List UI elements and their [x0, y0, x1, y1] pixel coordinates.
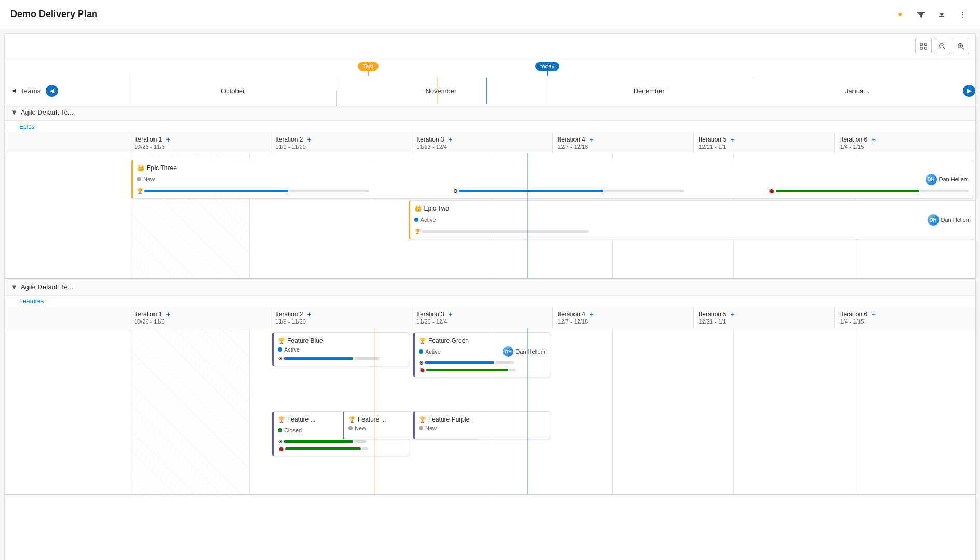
feat-blue-gear-icon: ⚙: [278, 356, 283, 361]
epic-two-crown: 👑: [414, 205, 422, 212]
iter-plus-1-4[interactable]: +: [590, 135, 594, 144]
toolbar: [5, 34, 975, 59]
svg-rect-1: [925, 43, 927, 45]
iter-2-5: Iteration 5 + 12/21 - 1/1: [694, 307, 835, 328]
feat-blue-progress: [284, 357, 353, 360]
test-vertical-month: [437, 78, 438, 104]
feat-green-prog2: [426, 369, 509, 371]
feat-new-mid-dot: [348, 426, 353, 430]
team-sub-features[interactable]: Features: [5, 296, 975, 307]
iter-1-1: Iteration 1 + 10/26 - 11/6: [129, 132, 270, 153]
iter-plus-2-5[interactable]: +: [731, 310, 735, 318]
team-sub-epics[interactable]: Epics: [5, 121, 975, 132]
iter-plus-1-5[interactable]: +: [731, 135, 735, 144]
epic-three-assignee-row: DH Dan Hellem: [926, 174, 969, 185]
iter-2-4: Iteration 4 + 12/7 - 12/18: [553, 307, 694, 328]
iter-plus-1-2[interactable]: +: [307, 135, 312, 144]
iter-plus-2-3[interactable]: +: [449, 310, 453, 318]
epics-content: 👑 Epic Three New DH Dan Hellem: [5, 153, 975, 278]
test-line: [368, 71, 369, 76]
iter-plus-1-1[interactable]: +: [166, 135, 170, 144]
iter-2-1: Iteration 1 + 10/26 - 11/6: [129, 307, 270, 328]
feat-green-prog1: [425, 361, 494, 364]
collapse-icon[interactable]: [934, 7, 949, 22]
feat-blue-dot: [278, 347, 282, 352]
feature-green-card[interactable]: 🏆 Feature Green Active DH Dan Hellem ⚙: [413, 332, 550, 377]
month-january: Janua...: [753, 78, 961, 104]
teams-chevron[interactable]: ▼: [10, 88, 18, 94]
epic-two-card[interactable]: 👑 Epic Two Active DH Dan Hellem: [409, 200, 975, 239]
epic-three-card[interactable]: 👑 Epic Three New DH Dan Hellem: [131, 160, 973, 199]
bar-gray-e2: [422, 230, 589, 233]
bar-trophy2-icon: 🏆: [414, 229, 421, 234]
iter-2-2: Iteration 2 + 11/9 - 11/20: [270, 307, 411, 328]
month-october: October: [129, 78, 337, 104]
feat-grid-col4: [613, 328, 734, 494]
epic-three-title: Epic Three: [147, 164, 177, 172]
iter-plus-1-6[interactable]: +: [872, 135, 876, 144]
month-markers: October November December Janua...: [129, 78, 961, 104]
feat-green-bug-icon: 🐞: [419, 367, 425, 373]
epic-two-status: Active: [421, 217, 436, 223]
epic-two-status-row: Active DH Dan Hellem: [414, 214, 971, 226]
iter-1-4: Iteration 4 + 12/7 - 12/18: [553, 132, 694, 153]
svg-line-10: [963, 48, 964, 50]
today-marker-container: today: [535, 62, 559, 76]
bar-trophy-icon: 🏆: [137, 188, 143, 194]
timeline-area[interactable]: Test today ▼ Teams ◀ October: [5, 59, 975, 560]
feat-closed-crown: 🏆: [278, 416, 285, 423]
iter-1-6: Iteration 6 + 1/4 - 1/15: [835, 132, 975, 153]
iter-header-row-2: Iteration 1 + 10/26 - 11/6 Iteration 2 +…: [5, 307, 975, 328]
timeline-header: ▼ Teams ◀ October November December: [5, 78, 975, 104]
iter-headers-2: Iteration 1 + 10/26 - 11/6 Iteration 2 +…: [129, 307, 975, 328]
feat-closed-prog2: [285, 447, 361, 450]
epic-two-assignee-row: DH Dan Hellem: [928, 214, 971, 226]
epic-three-status-dot: [137, 177, 141, 181]
nav-prev-button[interactable]: ◀: [46, 85, 58, 97]
iter-plus-1-3[interactable]: +: [449, 135, 453, 144]
feat-closed-rem1: [354, 440, 367, 443]
epic-three-title-row: 👑 Epic Three: [137, 164, 969, 172]
iter-plus-2-2[interactable]: +: [307, 310, 312, 318]
epic-two-avatar: DH: [928, 214, 939, 226]
epic-two-title-row: 👑 Epic Two: [414, 205, 971, 212]
feat-green-title: Feature Green: [428, 337, 469, 344]
feat-new-mid-title: Feature ...: [358, 416, 386, 423]
teams-column-header: ▼ Teams ◀: [5, 78, 129, 104]
epic-three-avatar: DH: [926, 174, 937, 185]
feature-purple-card[interactable]: 🏆 Feature Purple New: [413, 411, 550, 439]
feature-blue-card[interactable]: 🏆 Feature Blue Active ⚙: [272, 332, 409, 366]
fit-button[interactable]: [915, 38, 932, 54]
feat-new-mid-status: New: [355, 425, 366, 431]
feat-blue-crown: 🏆: [278, 338, 285, 344]
feat-closed-status: Closed: [284, 427, 302, 433]
svg-rect-2: [920, 47, 922, 49]
features-grid: 🏆 Feature Blue Active ⚙: [129, 328, 975, 494]
bar-bug-icon: 🐞: [768, 188, 775, 194]
content-rows: ▼ Agile Default Te... Epics Iteration 1 …: [5, 104, 975, 495]
more-icon[interactable]: ⋮: [955, 7, 970, 22]
epic-two-assignee: Dan Hellem: [941, 217, 971, 223]
feat-green-status: Active: [425, 348, 441, 355]
team-expand-1[interactable]: ▼: [11, 108, 18, 116]
today-vertical-month: [486, 78, 487, 104]
feat-closed-rem2: [362, 447, 368, 450]
page-title: Demo Delivery Plan: [10, 9, 97, 20]
zoom-in-button[interactable]: [953, 38, 969, 54]
month-november: November: [337, 78, 545, 104]
star-icon[interactable]: ★: [893, 7, 907, 22]
test-marker-container: Test: [358, 62, 379, 76]
team-expand-2[interactable]: ▼: [11, 283, 18, 291]
feat-green-rem1: [495, 361, 514, 364]
iter-plus-2-6[interactable]: +: [872, 310, 876, 318]
iter-plus-2-4[interactable]: +: [590, 310, 594, 318]
epic-three-crown: 👑: [137, 164, 145, 172]
feat-purple-crown: 🏆: [419, 416, 426, 423]
iter-plus-2-1[interactable]: +: [166, 310, 170, 318]
feat-purple-dot: [419, 426, 423, 430]
nav-next-button[interactable]: ▶: [963, 85, 975, 97]
filter-icon[interactable]: [914, 7, 928, 22]
today-line: [547, 71, 548, 76]
zoom-out-button[interactable]: [934, 38, 950, 54]
feat-closed-bug-icon: 🐞: [278, 446, 284, 452]
